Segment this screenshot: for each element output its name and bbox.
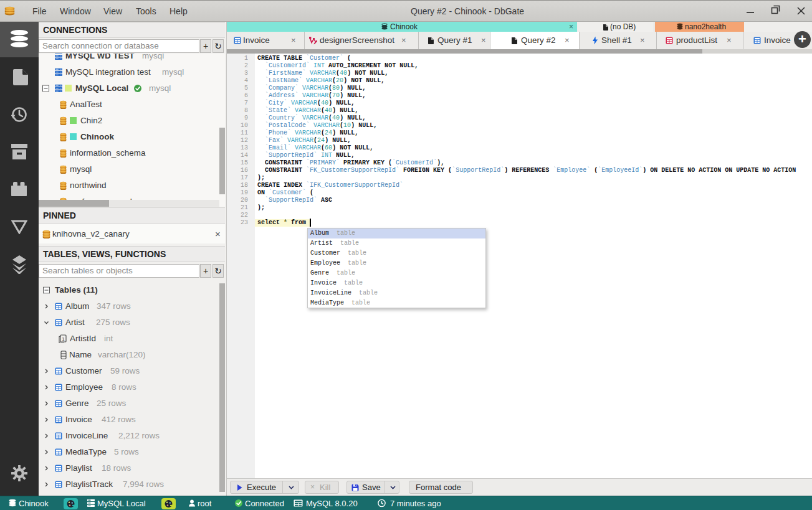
svg-text:1: 1	[62, 336, 65, 342]
